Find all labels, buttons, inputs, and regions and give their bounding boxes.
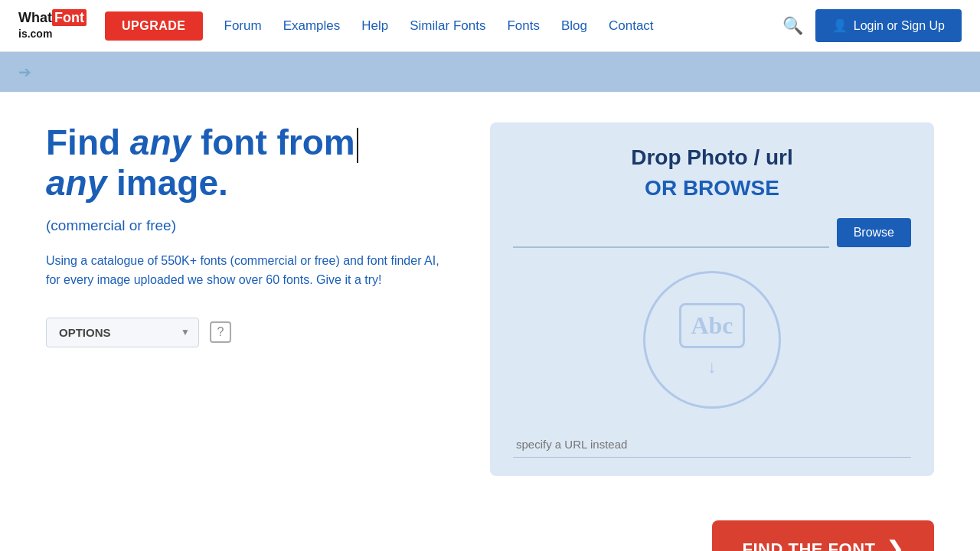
url-input[interactable] [513, 432, 911, 458]
headline: Find any font from any image. [46, 122, 444, 204]
find-font-arrow-icon: ❯ [887, 537, 904, 551]
subtitle: (commercial or free) [46, 217, 444, 234]
logo[interactable]: WhatFont is.com [18, 11, 87, 41]
logo-is: is.com [18, 28, 52, 40]
main-nav: Forum Examples Help Similar Fonts Fonts … [224, 18, 779, 34]
nav-contact[interactable]: Contact [609, 18, 654, 34]
banner-arrow-icon: ➔ [18, 63, 31, 81]
search-icon: 🔍 [782, 16, 803, 35]
nav-blog[interactable]: Blog [561, 18, 587, 34]
blue-banner: ➔ [0, 52, 980, 92]
abc-box: Abc [679, 303, 744, 348]
logo-what: What [18, 10, 52, 25]
headline-any1: any [130, 122, 191, 162]
upgrade-button[interactable]: UPGRADE [105, 11, 203, 41]
drop-title: Drop Photo / url [631, 145, 793, 170]
description: Using a catalogue of 550K+ fonts (commer… [46, 251, 444, 290]
options-select[interactable]: OPTIONS [46, 318, 199, 347]
logo-font: Font [52, 9, 87, 26]
headline-find: Find any font from [46, 122, 355, 162]
login-button[interactable]: 👤 Login or Sign Up [815, 9, 962, 42]
drop-zone-inner: Abc ↓ [679, 303, 744, 377]
nav-help[interactable]: Help [361, 18, 388, 34]
nav-forum[interactable]: Forum [224, 18, 262, 34]
header: WhatFont is.com UPGRADE Forum Examples H… [0, 0, 980, 52]
nav-examples[interactable]: Examples [283, 18, 341, 34]
upload-panel: Drop Photo / url OR BROWSE Browse Abc ↓ [490, 122, 934, 476]
text-cursor [357, 128, 358, 163]
find-font-row: FIND THE FONT ❯ [0, 520, 980, 551]
login-label: Login or Sign Up [854, 19, 945, 33]
search-button[interactable]: 🔍 [779, 13, 806, 39]
browse-row: Browse [513, 217, 911, 248]
person-icon: 👤 [832, 18, 848, 33]
find-font-button[interactable]: FIND THE FONT ❯ [712, 520, 934, 551]
nav-fonts[interactable]: Fonts [507, 18, 540, 34]
headline-any2: any [46, 163, 106, 203]
or-browse-label: OR BROWSE [645, 176, 779, 201]
left-panel: Find any font from any image. (commercia… [46, 122, 444, 347]
find-font-label: FIND THE FONT [743, 540, 876, 552]
options-bar: OPTIONS ? [46, 318, 444, 347]
drop-zone[interactable]: Abc ↓ [643, 271, 781, 409]
help-icon-button[interactable]: ? [210, 321, 231, 343]
options-select-wrap: OPTIONS [46, 318, 199, 347]
main-content: Find any font from any image. (commercia… [0, 92, 980, 520]
browse-button[interactable]: Browse [837, 218, 911, 247]
download-arrow-icon: ↓ [707, 356, 717, 377]
abc-text: Abc [691, 311, 733, 339]
question-mark-icon: ? [217, 325, 224, 339]
nav-similar-fonts[interactable]: Similar Fonts [410, 18, 485, 34]
browse-input[interactable] [513, 217, 829, 248]
